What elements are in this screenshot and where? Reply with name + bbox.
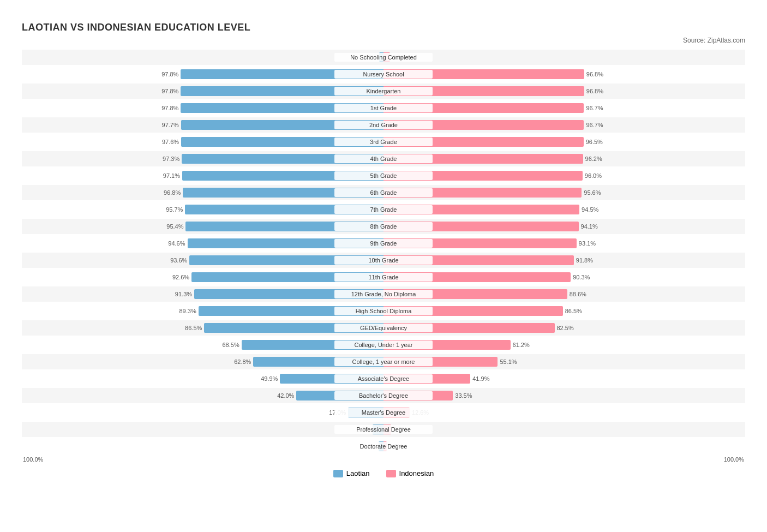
row-label: 5th Grade: [334, 171, 433, 180]
left-value: 95.7%: [160, 206, 183, 213]
right-section: 91.8%: [384, 253, 745, 268]
right-section: 93.1%: [384, 236, 745, 251]
bar-row: 5.2% Professional Degree 3.7%: [22, 422, 745, 437]
right-section: 82.5%: [384, 320, 745, 336]
right-section: 3.7%: [384, 422, 745, 437]
row-label: 10th Grade: [334, 256, 433, 265]
left-section: 97.8%: [22, 67, 384, 82]
bar-row: 97.1% 5th Grade 96.0%: [22, 168, 745, 183]
left-value: 97.8%: [155, 105, 178, 111]
right-section: 1.6%: [384, 439, 745, 454]
left-section: 97.3%: [22, 151, 384, 166]
row-label: College, Under 1 year: [334, 340, 433, 349]
row-label: Doctorate Degree: [334, 442, 433, 451]
right-value: 96.7%: [586, 122, 609, 128]
bar-row: 96.8% 6th Grade 95.6%: [22, 185, 745, 200]
left-section: 91.3%: [22, 286, 384, 302]
left-section: 2.3%: [22, 439, 384, 454]
indonesian-swatch: [386, 470, 396, 477]
laotian-swatch: [333, 470, 343, 477]
bar-row: 2.3% Doctorate Degree 1.6%: [22, 439, 745, 454]
left-value: 97.7%: [156, 122, 179, 128]
left-section: 17.0%: [22, 405, 384, 420]
left-value: 89.3%: [173, 308, 196, 314]
left-section: 97.8%: [22, 83, 384, 99]
right-section: 55.1%: [384, 354, 745, 369]
bar-row: 91.3% 12th Grade, No Diploma 88.6%: [22, 286, 745, 302]
right-section: 96.0%: [384, 168, 745, 183]
left-section: 86.5%: [22, 320, 384, 336]
left-section: 68.5%: [22, 337, 384, 352]
left-value: 97.6%: [156, 139, 179, 145]
bar-row: 68.5% College, Under 1 year 61.2%: [22, 337, 745, 352]
right-section: 12.6%: [384, 405, 745, 420]
right-value: 96.2%: [585, 156, 608, 162]
row-label: 8th Grade: [334, 222, 433, 231]
left-section: 97.8%: [22, 100, 384, 116]
row-label: GED/Equivalency: [334, 324, 433, 332]
right-section: 90.3%: [384, 270, 745, 285]
left-section: 94.6%: [22, 236, 384, 251]
right-section: 95.6%: [384, 185, 745, 200]
right-value: 82.5%: [557, 325, 580, 331]
row-label: College, 1 year or more: [334, 357, 433, 366]
right-value: 95.6%: [584, 189, 607, 196]
right-section: 33.5%: [384, 388, 745, 403]
axis-right: 100.0%: [724, 456, 744, 463]
right-value: 86.5%: [565, 308, 588, 314]
right-section: 96.5%: [384, 134, 745, 150]
row-label: Bachelor's Degree: [334, 391, 433, 400]
row-label: Kindergarten: [334, 87, 433, 95]
chart-area: 2.2% No Schooling Completed 3.2% 97.8% N…: [22, 50, 745, 454]
right-value: 91.8%: [576, 257, 599, 264]
left-section: 42.0%: [22, 388, 384, 403]
right-value: 33.5%: [455, 392, 478, 399]
left-section: 92.6%: [22, 270, 384, 285]
source-text: Source: ZipAtlas.com: [22, 37, 745, 44]
right-section: 96.7%: [384, 100, 745, 116]
indonesian-label: Indonesian: [399, 469, 434, 477]
left-value: 62.8%: [228, 358, 251, 365]
left-value: 49.9%: [255, 375, 278, 382]
right-value: 93.1%: [579, 240, 602, 247]
left-value: 97.8%: [155, 71, 178, 77]
row-label: 9th Grade: [334, 239, 433, 248]
legend-laotian: Laotian: [333, 469, 370, 477]
right-value: 55.1%: [500, 358, 523, 365]
left-section: 49.9%: [22, 371, 384, 386]
left-section: 2.2%: [22, 50, 384, 65]
left-value: 93.6%: [164, 257, 187, 264]
left-section: 96.8%: [22, 185, 384, 200]
bar-row: 62.8% College, 1 year or more 55.1%: [22, 354, 745, 369]
chart-container: LAOTIAN VS INDONESIAN EDUCATION LEVEL So…: [11, 11, 756, 488]
right-section: 94.5%: [384, 202, 745, 217]
row-label: 4th Grade: [334, 154, 433, 163]
right-value: 61.2%: [513, 342, 536, 348]
bar-row: 97.3% 4th Grade 96.2%: [22, 151, 745, 166]
left-section: 95.7%: [22, 202, 384, 217]
row-label: 12th Grade, No Diploma: [334, 290, 433, 298]
row-label: Master's Degree: [334, 408, 433, 417]
chart-title: LAOTIAN VS INDONESIAN EDUCATION LEVEL: [22, 22, 745, 33]
legend-indonesian: Indonesian: [386, 469, 434, 477]
left-value: 97.8%: [155, 88, 178, 94]
right-section: 3.2%: [384, 50, 745, 65]
right-section: 61.2%: [384, 337, 745, 352]
bar-row: 95.4% 8th Grade 94.1%: [22, 219, 745, 234]
right-section: 96.8%: [384, 83, 745, 99]
left-value: 97.3%: [157, 156, 179, 162]
left-section: 97.1%: [22, 168, 384, 183]
row-label: No Schooling Completed: [334, 53, 433, 62]
left-value: 94.6%: [163, 240, 185, 247]
right-value: 96.0%: [585, 172, 608, 179]
bar-row: 97.8% Nursery School 96.8%: [22, 67, 745, 82]
left-value: 97.1%: [157, 172, 180, 179]
axis-labels: 100.0% 100.0%: [22, 456, 745, 463]
bar-row: 2.2% No Schooling Completed 3.2%: [22, 50, 745, 65]
bar-row: 97.8% 1st Grade 96.7%: [22, 100, 745, 116]
row-label: High School Diploma: [334, 307, 433, 315]
right-section: 86.5%: [384, 303, 745, 319]
row-label: 11th Grade: [334, 273, 433, 282]
bar-row: 97.8% Kindergarten 96.8%: [22, 83, 745, 99]
left-section: 5.2%: [22, 422, 384, 437]
